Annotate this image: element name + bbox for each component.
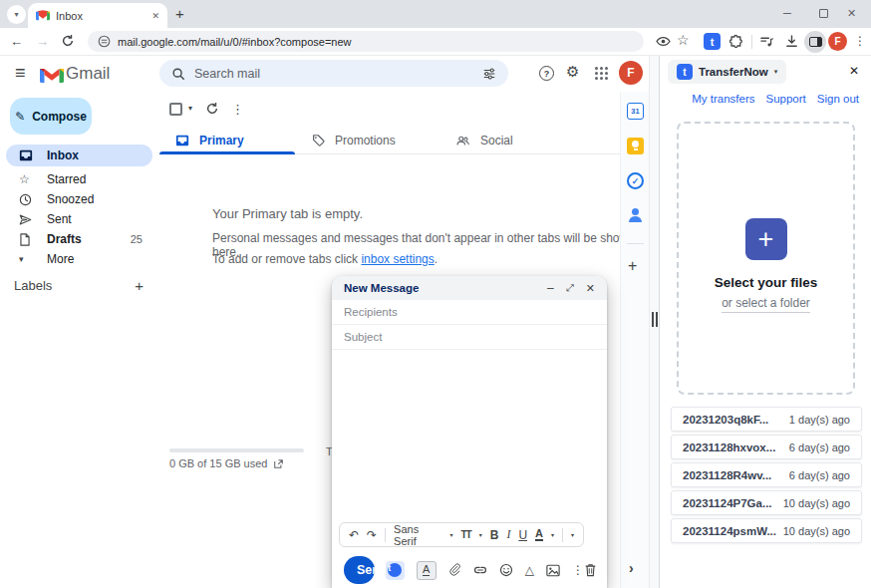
get-addons-button[interactable]: +	[628, 257, 637, 275]
font-select[interactable]: Sans Serif	[394, 523, 441, 547]
sign-out-link[interactable]: Sign out	[817, 93, 859, 105]
browser-tab[interactable]: Inbox ✕	[28, 3, 167, 28]
browser-menu-button[interactable]: ⋮	[854, 34, 866, 48]
sidebar-item-more[interactable]: ▾ More	[6, 248, 152, 270]
site-settings-icon[interactable]	[98, 35, 111, 48]
my-transfers-link[interactable]: My transfers	[692, 93, 754, 105]
external-link-icon[interactable]	[273, 458, 284, 469]
select-dropdown-icon[interactable]: ▾	[188, 104, 192, 113]
italic-button[interactable]: I	[506, 527, 510, 542]
tab-search-button[interactable]: ▾	[7, 5, 26, 24]
reload-button[interactable]	[61, 34, 75, 48]
transfer-row[interactable]: 20231124P7Ga... 10 day(s) ago	[671, 490, 862, 515]
bold-button[interactable]: B	[490, 528, 499, 542]
tab-close-icon[interactable]: ✕	[151, 11, 159, 21]
bookmark-star-icon[interactable]: ☆	[677, 32, 690, 48]
transfernow-icon: t	[388, 563, 402, 577]
select-folder-link[interactable]: or select a folder	[722, 296, 810, 313]
google-apps-button[interactable]	[595, 67, 608, 80]
hide-panel-chevron-icon[interactable]: ›	[629, 560, 634, 576]
insert-link-button[interactable]	[473, 563, 487, 577]
recipients-field[interactable]: Recipients	[332, 300, 607, 325]
redo-icon[interactable]: ↷	[367, 528, 377, 542]
eye-button[interactable]	[656, 35, 671, 48]
tab-primary[interactable]: Primary	[159, 127, 295, 153]
tab-promotions[interactable]: Promotions	[295, 127, 439, 153]
sidebar-item-starred[interactable]: ☆ Starred	[6, 168, 152, 190]
media-controls-button[interactable]	[759, 34, 774, 49]
underline-button[interactable]: U	[518, 528, 527, 542]
window-minimize-button[interactable]: –	[783, 4, 791, 20]
help-button[interactable]: ?	[539, 66, 554, 81]
storage-progress-bar	[169, 448, 304, 452]
search-options-icon[interactable]	[482, 67, 496, 81]
insert-emoji-button[interactable]	[499, 563, 513, 577]
keep-icon[interactable]	[627, 138, 644, 154]
insert-image-button[interactable]	[546, 564, 560, 577]
message-body[interactable]	[332, 350, 607, 509]
downloads-button[interactable]	[784, 34, 799, 49]
compose-button[interactable]: ✎ Compose	[10, 98, 92, 135]
formatting-toolbar: ↶ ↷ Sans Serif ▾ TT ▾ B I U A ▾ ▾	[339, 522, 584, 547]
text-color-button[interactable]: A	[535, 528, 543, 541]
transfer-row[interactable]: 20231128hxvox... 6 day(s) ago	[671, 435, 862, 459]
forward-button[interactable]: →	[36, 34, 49, 49]
tab-social[interactable]: Social	[439, 127, 584, 153]
window-maximize-button[interactable]	[819, 9, 828, 18]
close-icon[interactable]: ✕	[586, 282, 595, 295]
add-files-button[interactable]: +	[745, 218, 787, 260]
sidebar-item-snoozed[interactable]: Snoozed	[6, 188, 152, 210]
settings-button[interactable]: ⚙	[566, 63, 579, 81]
attach-file-button[interactable]	[448, 563, 461, 577]
back-button[interactable]: ←	[10, 34, 23, 49]
sidebar-item-drafts[interactable]: Drafts 25	[6, 228, 152, 250]
formatting-options-button[interactable]: A	[417, 561, 436, 580]
add-label-button[interactable]: +	[135, 277, 144, 294]
chevron-down-icon[interactable]: ▾	[449, 531, 452, 538]
pop-out-icon[interactable]: ⤢	[566, 282, 574, 294]
extensions-button[interactable]	[728, 34, 743, 49]
sidebar-item-inbox[interactable]: Inbox	[6, 145, 152, 166]
undo-icon[interactable]: ↶	[349, 528, 359, 542]
chevron-down-icon[interactable]: ▾	[551, 531, 554, 538]
text-size-button[interactable]: TT	[460, 529, 470, 540]
panel-header-dropdown[interactable]: t TransferNow ▾	[668, 60, 786, 84]
send-button[interactable]: Send ▾	[344, 556, 375, 584]
new-tab-button[interactable]: +	[175, 5, 184, 22]
account-avatar[interactable]: F	[619, 61, 643, 85]
select-all-checkbox[interactable]	[169, 103, 182, 116]
resize-handle[interactable]	[652, 312, 658, 327]
transfernow-attach-button[interactable]: t	[386, 561, 405, 580]
more-formats-icon[interactable]: ▾	[571, 531, 574, 538]
help-icon: ?	[544, 69, 550, 79]
url-bar[interactable]: mail.google.com/mail/u/0/#inbox?compose=…	[88, 31, 644, 52]
sidebar-item-sent[interactable]: Sent	[6, 208, 152, 230]
discard-draft-button[interactable]	[584, 563, 597, 577]
more-options-icon[interactable]: ⋮	[572, 563, 584, 577]
support-link[interactable]: Support	[766, 93, 806, 105]
file-dropzone[interactable]: + Select your files or select a folder	[677, 122, 855, 395]
reload-icon	[61, 34, 75, 48]
minimize-icon[interactable]: –	[547, 281, 554, 295]
drive-icon[interactable]: △	[525, 563, 534, 577]
subject-field[interactable]: Subject	[332, 325, 607, 350]
tasks-icon[interactable]: ✓	[627, 172, 644, 189]
transfernow-extension-button[interactable]: t	[704, 33, 721, 50]
compose-header[interactable]: New Message – ⤢ ✕	[332, 276, 607, 300]
side-panel-toggle-button[interactable]	[804, 31, 826, 53]
search-input[interactable]: Search mail	[159, 60, 508, 87]
chevron-down-icon[interactable]: ▾	[479, 531, 482, 538]
list-more-button[interactable]: ⋮	[231, 102, 244, 117]
refresh-button[interactable]	[205, 102, 219, 116]
browser-profile-avatar[interactable]: F	[828, 32, 847, 51]
calendar-icon[interactable]: 31	[627, 103, 644, 120]
inbox-settings-link[interactable]: inbox settings	[361, 252, 434, 266]
window-close-button[interactable]: ✕	[847, 7, 856, 20]
transfer-row[interactable]: 20231128R4wv... 6 day(s) ago	[671, 462, 862, 487]
transfer-row[interactable]: 20231203q8kF... 1 day(s) ago	[671, 407, 862, 432]
contacts-icon[interactable]	[627, 207, 644, 224]
transfer-row[interactable]: 20231124psmW... 10 day(s) ago	[671, 518, 862, 543]
star-icon: ☆	[19, 172, 36, 186]
panel-close-icon[interactable]: ✕	[849, 64, 859, 78]
main-menu-icon[interactable]: ≡	[15, 63, 26, 84]
